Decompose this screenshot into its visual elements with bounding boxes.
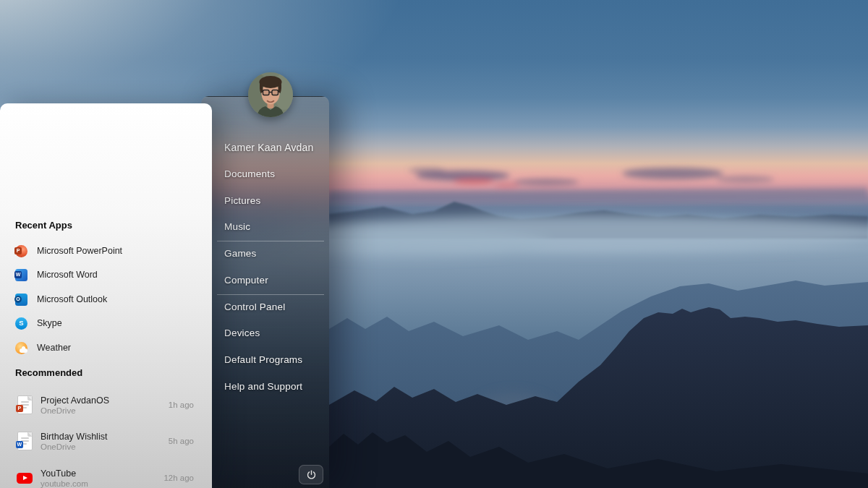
app-label: Microsoft Outlook [37, 294, 107, 304]
app-label: Microsoft PowerPoint [37, 246, 122, 256]
desktop: Kamer Kaan Avdan Documents Pictures Musi… [0, 0, 868, 488]
user-avatar-photo [248, 72, 293, 117]
recommended-subtitle: OneDrive [41, 442, 107, 451]
recommended-item-youtube[interactable]: YouTube youtube.com 12h ago [15, 466, 194, 488]
recommended-subtitle: OneDrive [41, 406, 109, 415]
app-label: Weather [37, 343, 71, 353]
recommended-title: Birthday Wishlist [41, 432, 107, 442]
word-letter: W [16, 441, 24, 449]
menu-item-help-and-support[interactable]: Help and Support [224, 381, 302, 392]
power-icon [306, 469, 317, 480]
menu-item-computer[interactable]: Computer [224, 275, 268, 286]
timestamp: 1h ago [169, 401, 194, 409]
app-item-microsoft-outlook[interactable]: O Microsoft Outlook [15, 291, 196, 308]
timestamp: 5h ago [169, 437, 194, 445]
skype-letter: S [19, 320, 23, 327]
power-button[interactable] [299, 465, 323, 484]
menu-item-music[interactable]: Music [224, 221, 250, 232]
menu-item-devices[interactable]: Devices [224, 328, 260, 338]
menu-item-documents[interactable]: Documents [224, 168, 275, 179]
app-item-microsoft-powerpoint[interactable]: P Microsoft PowerPoint [15, 242, 196, 260]
weather-icon [15, 342, 27, 354]
outlook-icon: O [15, 294, 27, 306]
menu-item-control-panel[interactable]: Control Panel [224, 301, 285, 312]
divider [217, 294, 324, 295]
outlook-letter: O [14, 296, 22, 303]
app-label: Skype [37, 318, 62, 328]
youtube-icon [17, 473, 33, 484]
recommended-item-project-avdanos[interactable]: P Project AvdanOS OneDrive 1h ago [15, 393, 194, 417]
start-menu-apps-panel: Recent Apps P Microsoft PowerPoint W Mic… [0, 103, 212, 488]
powerpoint-document-icon: P [17, 395, 33, 414]
menu-item-default-programs[interactable]: Default Programs [224, 354, 302, 365]
start-menu-user-panel: Kamer Kaan Avdan Documents Pictures Musi… [201, 96, 329, 488]
powerpoint-letter: P [14, 247, 22, 254]
menu-item-pictures[interactable]: Pictures [224, 195, 260, 206]
section-title-recommended: Recommended [15, 367, 82, 378]
user-name[interactable]: Kamer Kaan Avdan [224, 142, 314, 153]
word-icon: W [15, 269, 27, 281]
divider [217, 241, 324, 241]
word-letter: W [14, 271, 22, 278]
powerpoint-letter: P [16, 405, 24, 413]
app-item-skype[interactable]: S Skype [15, 314, 196, 332]
app-item-weather[interactable]: Weather [15, 339, 196, 356]
recommended-subtitle: youtube.com [41, 479, 88, 488]
cloud-shape [20, 348, 27, 353]
timestamp: 12h ago [163, 474, 194, 482]
app-label: Microsoft Word [37, 270, 98, 280]
skype-icon: S [15, 317, 27, 330]
recommended-item-birthday-wishlist[interactable]: W Birthday Wishlist OneDrive 5h ago [15, 429, 194, 453]
section-title-recent-apps: Recent Apps [15, 220, 72, 231]
user-avatar[interactable] [248, 72, 293, 117]
menu-item-games[interactable]: Games [224, 248, 257, 259]
recommended-title: YouTube [41, 468, 88, 479]
word-document-icon: W [17, 432, 33, 450]
app-item-microsoft-word[interactable]: W Microsoft Word [15, 266, 196, 283]
recommended-title: Project AvdanOS [41, 395, 109, 406]
powerpoint-icon: P [15, 245, 27, 257]
